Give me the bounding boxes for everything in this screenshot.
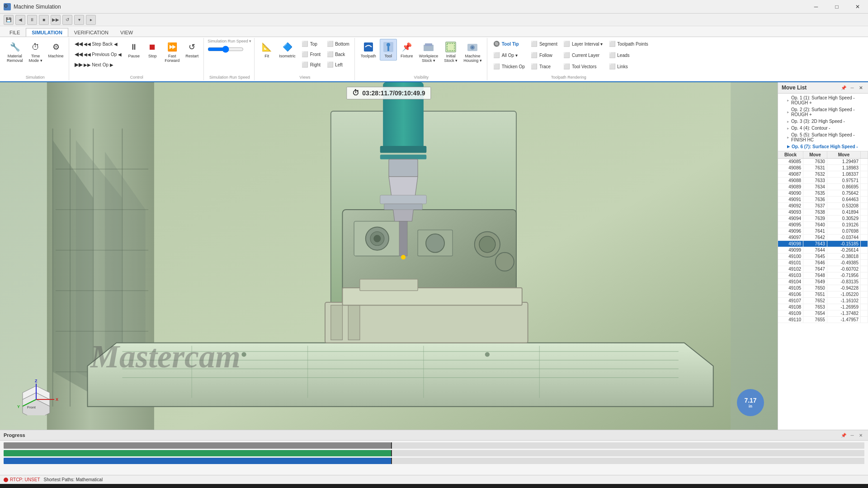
layer-interval-button[interactable]: ⬜ Layer Interval ▾: [561, 39, 605, 49]
move-list-pin-button[interactable]: 📌: [840, 84, 847, 91]
segment-button[interactable]: ⬜ Segment: [528, 39, 560, 49]
view-front-button[interactable]: ⬜ Front: [299, 49, 323, 59]
move-table-row[interactable]: 4908976340.86695: [778, 184, 868, 190]
col-block[interactable]: Block: [778, 151, 803, 159]
trace-button[interactable]: ⬜ Trace: [528, 61, 553, 71]
tab-simulation[interactable]: SIMULATION: [26, 28, 68, 37]
tool-visibility-button[interactable]: Tool: [380, 39, 397, 61]
view-right-button[interactable]: ⬜ Right: [299, 60, 323, 70]
view-back-button[interactable]: ⬜ Back: [324, 49, 352, 59]
move-table-row[interactable]: 4908676311.18983: [778, 165, 868, 171]
op-item-2[interactable]: ▸ Op. 2 (2): Surface High Speed - ROUGH …: [778, 106, 868, 118]
material-removal-button[interactable]: 🔧 MaterialRemoval: [5, 39, 25, 65]
workpiece-stock-button[interactable]: WorkpieceStock ▾: [417, 39, 440, 65]
op-item-1[interactable]: ▸ Op. 1 (1): Surface High Speed - ROUGH …: [778, 94, 868, 106]
svg-text:X: X: [56, 397, 58, 402]
isometric-button[interactable]: 🔷 Isometric: [277, 39, 298, 61]
follow-button[interactable]: ⬜ Follow: [528, 50, 555, 60]
machine-housing-button[interactable]: MachineHousing ▾: [461, 39, 484, 65]
move-list-close-button[interactable]: ✕: [857, 84, 864, 91]
move-table-row[interactable]: 4909176360.64463: [778, 197, 868, 203]
qa-back-button[interactable]: ◀: [15, 15, 25, 25]
all-op-button[interactable]: ⬜ All Op ▾: [491, 50, 520, 60]
move-table-container[interactable]: Block Move Move 4908576301.2949749086763…: [778, 151, 868, 430]
toolpath-button[interactable]: Toolpath: [359, 39, 378, 61]
progress-bar-1[interactable]: [4, 450, 864, 456]
col-move[interactable]: Move: [803, 151, 827, 159]
thicken-op-button[interactable]: ⬜ Thicken Op: [491, 61, 527, 71]
move-table-row[interactable]: 491097654-1.37482: [778, 310, 868, 317]
progress-bar-0[interactable]: [4, 442, 864, 449]
step-back-button[interactable]: ◀◀ ◀◀ Step Back ◀: [73, 39, 124, 49]
view-bottom-button[interactable]: ⬜ Bottom: [324, 39, 352, 49]
move-table-row[interactable]: 491017646-0.49385: [778, 260, 868, 266]
progress-close-button[interactable]: ✕: [857, 432, 864, 439]
tab-verification[interactable]: VERIFICATION: [68, 28, 114, 37]
progress-bar-2[interactable]: [4, 458, 864, 464]
col-value[interactable]: Move: [827, 151, 860, 159]
qa-stop-button[interactable]: ■: [39, 15, 49, 25]
move-table-row[interactable]: 4909476390.30529: [778, 216, 868, 222]
move-table-row[interactable]: 490977642-0.03744: [778, 235, 868, 241]
view-left-button[interactable]: ⬜ Left: [324, 60, 352, 70]
time-mode-button[interactable]: ⏱ TimeMode ▾: [27, 39, 45, 65]
restart-button[interactable]: ↺ Restart: [183, 39, 201, 61]
prev-op-button[interactable]: ◀◀ ◀◀ Previous Op ◀: [73, 49, 124, 59]
move-table-row[interactable]: 491027647-0.60702: [778, 266, 868, 272]
qa-dropdown-button[interactable]: ▾: [74, 15, 84, 25]
qa-save-button[interactable]: 💾: [4, 15, 14, 25]
move-table-row[interactable]: 4909276370.53208: [778, 203, 868, 209]
speed-slider[interactable]: [208, 46, 244, 53]
tab-file[interactable]: FILE: [4, 28, 26, 37]
move-table-row[interactable]: 4908876330.97571: [778, 178, 868, 184]
move-table-row[interactable]: 4909576400.19126: [778, 222, 868, 228]
fit-button[interactable]: 📐 Fit: [258, 39, 275, 61]
move-table-row[interactable]: 4909076350.75642: [778, 190, 868, 197]
qa-restart-button[interactable]: ↺: [62, 15, 72, 25]
qa-pause-button[interactable]: ⏸: [27, 15, 37, 25]
links-button[interactable]: ⬜ Links: [606, 61, 630, 71]
machine-button[interactable]: ⚙ Machine: [46, 39, 66, 61]
move-table-row[interactable]: 491067651-1.05220: [778, 291, 868, 298]
move-table-row[interactable]: 491107655-1.47957: [778, 317, 868, 323]
qa-forward-button[interactable]: ▶▶: [51, 15, 61, 25]
pause-button[interactable]: ⏸ Pause: [125, 39, 142, 61]
move-table-row[interactable]: 491077652-1.16102: [778, 298, 868, 304]
close-button[interactable]: ✕: [847, 0, 868, 14]
move-table-row[interactable]: 491057650-0.94228: [778, 285, 868, 291]
tab-view[interactable]: VIEW: [114, 28, 139, 37]
move-table-row[interactable]: 491037648-0.71956: [778, 272, 868, 279]
op-item-4[interactable]: ▸ Op. 4 (4): Contour -: [778, 125, 868, 131]
initial-stock-button[interactable]: InitialStock ▾: [442, 39, 460, 65]
move-table-row[interactable]: 4908776321.08337: [778, 171, 868, 178]
leads-button[interactable]: ⬜ Leads: [606, 50, 632, 60]
progress-minimize-button[interactable]: ─: [849, 432, 856, 439]
op-item-3[interactable]: ▸ Op. 3 (3): 2D High Speed -: [778, 118, 868, 125]
viewport[interactable]: Mastercam: [0, 82, 778, 430]
move-table-row[interactable]: 491087653-1.26959: [778, 304, 868, 310]
tooltip-button[interactable]: 🔘 Tool Tip: [491, 39, 521, 49]
tool-vectors-button[interactable]: ⬜ Tool Vectors: [561, 61, 599, 71]
toolpath-points-button[interactable]: ⬜ Toolpath Points: [606, 39, 650, 49]
fixture-button[interactable]: 📌 Fixture: [398, 39, 415, 61]
next-op-button[interactable]: ▶▶ ▶▶ Next Op ▶: [73, 60, 124, 70]
op-item-5[interactable]: ▸ Op. 5 (5): Surface High Speed - FINISH…: [778, 131, 868, 143]
qa-expand-button[interactable]: ▸: [86, 15, 96, 25]
move-list-minimize-button[interactable]: ─: [849, 84, 856, 91]
move-table-row[interactable]: 4908576301.29497: [778, 159, 868, 165]
move-table-row[interactable]: 4909376380.41894: [778, 209, 868, 216]
view-top-button[interactable]: ⬜ Top: [299, 39, 323, 49]
move-table-row[interactable]: 491007645-0.38018: [778, 253, 868, 260]
move-table-row[interactable]: 4909676410.07698: [778, 228, 868, 235]
progress-pin-button[interactable]: 📌: [840, 432, 847, 439]
speed-group: Simulation Run Speed ▾ Simulation Run Sp…: [205, 38, 255, 80]
fast-forward-button[interactable]: ⏩ FastForward: [162, 39, 182, 65]
minimize-button[interactable]: ─: [806, 0, 826, 14]
move-table-row[interactable]: 491047649-0.83135: [778, 279, 868, 285]
op-item-6[interactable]: ▶ Op. 6 (7): Surface High Speed -: [778, 143, 868, 150]
current-layer-button[interactable]: ⬜ Current Layer: [561, 50, 602, 60]
move-table-row[interactable]: 490997644-0.26614: [778, 247, 868, 253]
maximize-button[interactable]: □: [826, 0, 847, 14]
move-table-row[interactable]: 490987643-0.15185: [778, 241, 868, 247]
stop-button[interactable]: ⏹ Stop: [144, 39, 161, 61]
